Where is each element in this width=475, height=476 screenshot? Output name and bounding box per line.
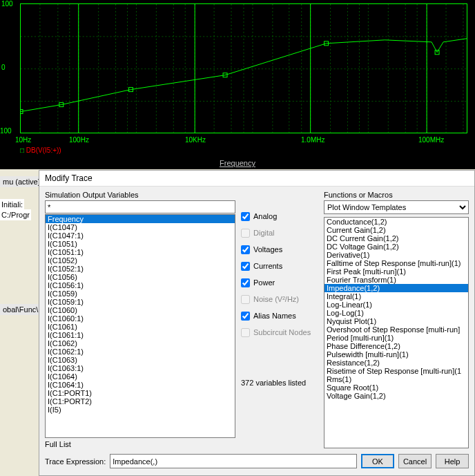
sim-output-label: Simulation Output Variables <box>45 191 235 199</box>
variable-item[interactable]: I(C1059:1) <box>46 298 235 306</box>
function-item[interactable]: Risetime of Step Response [multi-run](1 <box>324 367 468 375</box>
chart-plot-area <box>20 3 467 133</box>
chart-legend: □ DB(V(I5:+)) <box>20 146 61 154</box>
variable-item[interactable]: I(C1051:1) <box>46 248 235 256</box>
function-item[interactable]: Log-Linear(1) <box>324 301 468 309</box>
checkbox[interactable] <box>241 262 250 271</box>
function-item[interactable]: Overshoot of Step Response [multi-run] <box>324 325 468 334</box>
legend-text: DB(V(I5:+)) <box>26 146 61 154</box>
function-item[interactable]: Current Gain(1,2) <box>324 226 468 234</box>
variable-item[interactable]: I(C1061:1) <box>46 331 235 339</box>
filter-check-noise-v-hz-: Noise (V²/Hz) <box>241 294 318 304</box>
chart-svg <box>21 4 467 133</box>
function-item[interactable]: DC Current Gain(1,2) <box>324 234 468 242</box>
checkbox[interactable] <box>241 278 250 287</box>
variable-item[interactable]: I(C1047:1) <box>46 231 235 240</box>
function-item[interactable]: Falltime of Step Response [multi-run](1) <box>324 259 468 267</box>
variable-item[interactable]: I(C1063) <box>46 356 235 364</box>
side-tab-func[interactable]: obal\Func\ <box>0 304 41 315</box>
function-item[interactable]: Square Root(1) <box>324 383 468 392</box>
y-tick-0: 0 <box>1 64 6 71</box>
variable-count: 372 variables listed <box>241 379 318 387</box>
variable-item[interactable]: I(C1059) <box>46 289 235 298</box>
x-tick-100mhz: 100MHz <box>418 136 444 144</box>
trace-expression-label: Trace Expression: <box>45 457 106 466</box>
variable-item[interactable]: I(C1:PORT1) <box>46 389 235 397</box>
function-item[interactable]: Log-Log(1) <box>324 309 468 317</box>
function-item[interactable]: DC Voltage Gain(1,2) <box>324 242 468 251</box>
functions-label: Functions or Macros <box>324 191 469 199</box>
side-text-1: Initiali: <box>0 199 24 210</box>
function-item[interactable]: Impedance(1,2) <box>324 284 468 292</box>
filter-check-digital: Digital <box>241 228 318 238</box>
side-tab-mu[interactable]: mu (active) <box>0 176 43 187</box>
variable-item[interactable]: I(C1:PORT2) <box>46 397 235 406</box>
variable-item[interactable]: I(C1062:1) <box>46 348 235 356</box>
checkbox <box>241 229 250 238</box>
x-axis-label: Frequency <box>220 159 255 167</box>
x-tick-10hz: 10Hz <box>15 136 31 144</box>
cancel-button[interactable]: Cancel <box>398 454 432 468</box>
function-item[interactable]: Voltage Gain(1,2) <box>324 392 468 400</box>
modify-trace-dialog: Modify Trace Simulation Output Variables… <box>39 170 475 476</box>
variable-listbox[interactable]: FrequencyI(C1047)I(C1047:1)I(C1051)I(C10… <box>45 214 235 438</box>
function-item[interactable]: Nyquist Plot(1) <box>324 317 468 325</box>
legend-marker-icon: □ <box>20 146 26 154</box>
x-tick-1mhz: 1.0MHz <box>301 136 324 144</box>
filter-check-currents[interactable]: Currents <box>241 261 318 271</box>
variable-item[interactable]: I(C1051) <box>46 240 235 248</box>
filter-checkbox-column: AnalogDigitalVoltagesCurrentsPowerNoise … <box>241 191 318 448</box>
variable-item[interactable]: I(C1060:1) <box>46 314 235 323</box>
function-item[interactable]: First Peak [multi-run](1) <box>324 267 468 276</box>
function-listbox[interactable]: Conductance(1,2)Current Gain(1,2)DC Curr… <box>324 217 469 448</box>
variable-filter-input[interactable] <box>45 200 235 213</box>
function-item[interactable]: Phase Difference(1,2) <box>324 342 468 350</box>
function-item[interactable]: Rms(1) <box>324 375 468 383</box>
x-tick-100hz: 100Hz <box>69 136 89 144</box>
variable-item[interactable]: I(I5) <box>46 406 235 414</box>
template-combo[interactable]: Plot Window Templates <box>324 200 469 214</box>
filter-check-alias-names[interactable]: Alias Names <box>241 311 318 321</box>
filter-check-analog[interactable]: Analog <box>241 211 318 221</box>
function-item[interactable]: Conductance(1,2) <box>324 218 468 226</box>
checkbox[interactable] <box>241 245 250 254</box>
trace-expression-input[interactable] <box>110 454 357 468</box>
function-item[interactable]: Derivative(1) <box>324 251 468 259</box>
dialog-title: Modify Trace <box>39 171 474 187</box>
variable-item[interactable]: Frequency <box>46 215 235 223</box>
variable-item[interactable]: I(C1064) <box>46 372 235 381</box>
function-item[interactable]: Pulsewidth [multi-run](1) <box>324 350 468 359</box>
function-item[interactable]: Fourier Transform(1) <box>324 276 468 284</box>
function-item[interactable]: Resistance(1,2) <box>324 359 468 367</box>
variable-item[interactable]: I(C1056:1) <box>46 281 235 289</box>
filter-check-subcircuit-nodes: Subcircuit Nodes <box>241 327 318 337</box>
variable-item[interactable]: I(C1063:1) <box>46 364 235 372</box>
ok-button[interactable]: OK <box>361 454 394 468</box>
filter-check-voltages[interactable]: Voltages <box>241 245 318 254</box>
checkbox[interactable] <box>241 212 250 221</box>
function-item[interactable]: Integral(1) <box>324 292 468 301</box>
help-button[interactable]: Help <box>436 454 469 468</box>
filter-check-power[interactable]: Power <box>241 278 318 287</box>
checkbox[interactable] <box>241 312 250 321</box>
side-text-2: C:/Progr <box>0 209 31 220</box>
x-tick-10khz: 10KHz <box>185 136 206 144</box>
variable-item[interactable]: I(C1047) <box>46 223 235 231</box>
function-item[interactable]: Period [multi-run](1) <box>324 334 468 342</box>
variable-item[interactable]: I(C1052) <box>46 256 235 265</box>
chart-panel: 100 0 100 10Hz 100Hz 10KHz 1.0MHz 100MHz… <box>0 0 475 169</box>
variable-item[interactable]: I(C1061) <box>46 323 235 331</box>
variable-item[interactable]: I(C1056) <box>46 273 235 281</box>
variable-item[interactable]: I(C1052:1) <box>46 265 235 273</box>
checkbox <box>241 328 250 337</box>
y-tick-100: 100 <box>1 0 13 8</box>
filter-type-label: Full List <box>45 440 235 448</box>
y-tick-neg100: 100 <box>0 127 12 135</box>
checkbox <box>241 295 250 304</box>
variable-item[interactable]: I(C1062) <box>46 339 235 348</box>
variable-item[interactable]: I(C1060) <box>46 306 235 314</box>
variable-item[interactable]: I(C1064:1) <box>46 381 235 389</box>
